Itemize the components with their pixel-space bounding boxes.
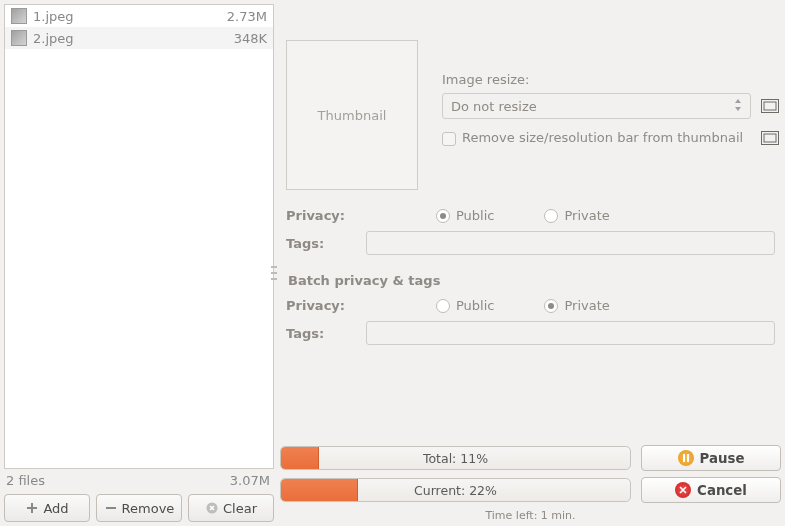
cancel-button[interactable]: Cancel <box>641 477 781 503</box>
remove-bar-label: Remove size/resolution bar from thumbnai… <box>462 130 751 147</box>
remove-bar-checkbox[interactable] <box>442 132 456 146</box>
pause-label: Pause <box>700 451 745 466</box>
cancel-icon <box>675 482 691 498</box>
tags-input[interactable] <box>366 231 775 255</box>
pause-button[interactable]: Pause <box>641 445 781 471</box>
add-label: Add <box>43 501 68 516</box>
clear-label: Clear <box>223 501 257 516</box>
current-progress: Current: 22% <box>280 478 631 502</box>
tags-label: Tags: <box>286 236 356 251</box>
batch-privacy-public-radio[interactable] <box>436 299 450 313</box>
thumbnail-settings-icon[interactable] <box>759 127 781 149</box>
resize-settings-icon[interactable] <box>759 95 781 117</box>
image-resize-select[interactable]: Do not resize <box>442 93 751 119</box>
thumbnail-preview: Thumbnail <box>286 40 418 190</box>
batch-section-title: Batch privacy & tags <box>280 259 781 294</box>
batch-privacy-private-radio[interactable] <box>544 299 558 313</box>
updown-icon <box>734 99 742 114</box>
svg-rect-5 <box>764 134 776 142</box>
clear-icon <box>205 501 219 515</box>
file-size: 2.73M <box>227 9 267 24</box>
time-left: Time left: 1 min. <box>280 509 781 522</box>
total-progress: Total: 11% <box>280 446 631 470</box>
pane-resize-handle[interactable] <box>271 264 277 282</box>
current-progress-label: Current: 22% <box>281 479 630 501</box>
batch-privacy-label: Privacy: <box>286 298 356 313</box>
file-count: 2 files <box>6 473 45 488</box>
remove-label: Remove <box>122 501 175 516</box>
add-button[interactable]: Add <box>4 494 90 522</box>
image-resize-label: Image resize: <box>442 72 781 87</box>
file-thumb-icon <box>11 30 27 46</box>
privacy-label: Privacy: <box>286 208 356 223</box>
batch-privacy-public-label: Public <box>456 298 494 313</box>
svg-rect-7 <box>687 454 689 462</box>
file-row[interactable]: 2.jpeg 348K <box>5 27 273 49</box>
pause-icon <box>678 450 694 466</box>
file-row[interactable]: 1.jpeg 2.73M <box>5 5 273 27</box>
privacy-public-label: Public <box>456 208 494 223</box>
image-resize-value: Do not resize <box>451 99 537 114</box>
remove-button[interactable]: Remove <box>96 494 182 522</box>
privacy-private-label: Private <box>564 208 609 223</box>
cancel-label: Cancel <box>697 483 747 498</box>
total-size: 3.07M <box>230 473 270 488</box>
file-size: 348K <box>234 31 267 46</box>
batch-tags-label: Tags: <box>286 326 356 341</box>
batch-tags-input[interactable] <box>366 321 775 345</box>
thumbnail-placeholder-text: Thumbnail <box>318 108 387 123</box>
total-progress-label: Total: 11% <box>281 447 630 469</box>
batch-privacy-private-label: Private <box>564 298 609 313</box>
file-name: 1.jpeg <box>33 9 221 24</box>
plus-icon <box>25 501 39 515</box>
svg-rect-6 <box>683 454 685 462</box>
privacy-private-radio[interactable] <box>544 209 558 223</box>
minus-icon <box>104 501 118 515</box>
clear-button[interactable]: Clear <box>188 494 274 522</box>
file-name: 2.jpeg <box>33 31 228 46</box>
file-thumb-icon <box>11 8 27 24</box>
privacy-public-radio[interactable] <box>436 209 450 223</box>
file-list[interactable]: 1.jpeg 2.73M 2.jpeg 348K <box>4 4 274 469</box>
svg-rect-0 <box>106 507 116 509</box>
svg-rect-3 <box>764 102 776 110</box>
